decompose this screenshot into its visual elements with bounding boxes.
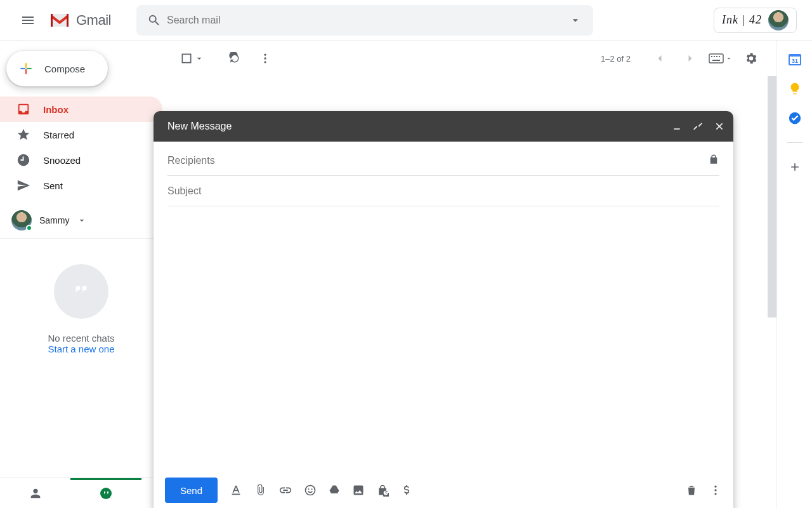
hangouts-empty-text: No recent chats (48, 333, 114, 344)
sidebar-item-snoozed[interactable]: Snoozed (0, 147, 162, 173)
attach-button[interactable] (254, 484, 267, 497)
sidebar-item-starred[interactable]: Starred (0, 122, 162, 147)
lock-clock-icon (376, 484, 389, 497)
insert-emoji-button[interactable] (304, 484, 317, 497)
select-all-checkbox[interactable] (180, 52, 204, 65)
header: Gmail Ink | 42 (0, 0, 812, 41)
get-addons-button[interactable] (787, 159, 802, 175)
svg-point-16 (311, 488, 312, 490)
compose-body[interactable] (154, 206, 733, 472)
confidential-mode-button[interactable] (376, 484, 389, 497)
keep-addon[interactable] (787, 81, 802, 97)
hangouts-icon (98, 486, 114, 502)
hangouts-empty-state: No recent chats Start a new one (0, 239, 162, 478)
svg-rect-4 (709, 54, 723, 63)
compose-toolbar: Send (154, 472, 733, 508)
plus-multicolor-icon (18, 60, 34, 77)
insert-photo-button[interactable] (352, 484, 365, 497)
svg-point-3 (264, 61, 266, 63)
input-tools-button[interactable] (708, 46, 733, 71)
search-options-dropdown[interactable] (563, 14, 588, 27)
brand-label: Ink | 42 (722, 13, 762, 27)
sidebar-item-label: Starred (43, 130, 74, 140)
prev-page-button[interactable] (647, 46, 672, 71)
chevron-right-icon (684, 52, 697, 65)
subject-input[interactable] (167, 185, 719, 197)
gear-icon (744, 51, 758, 65)
sidebar-item-label: Sent (43, 180, 63, 191)
sidebar: Compose Inbox Starred Snoozed Sent Sammy (0, 41, 162, 508)
caret-down-icon (569, 14, 582, 27)
refresh-icon (228, 52, 241, 65)
app-name: Gmail (76, 12, 111, 29)
more-vert-icon (709, 484, 722, 497)
main-menu-button[interactable] (13, 5, 43, 36)
svg-rect-9 (712, 60, 720, 61)
hangouts-user-row[interactable]: Sammy (0, 203, 162, 237)
header-right: Ink | 42 (714, 8, 807, 33)
formatting-button[interactable] (229, 483, 243, 497)
more-options-button[interactable] (709, 484, 722, 497)
compose-button[interactable]: Compose (6, 51, 108, 86)
sidebar-item-sent[interactable]: Sent (0, 173, 162, 198)
svg-point-1 (264, 54, 266, 56)
hangouts-username: Sammy (39, 215, 69, 225)
settings-button[interactable] (738, 46, 764, 71)
lock-icon (708, 154, 719, 165)
svg-rect-6 (714, 56, 715, 57)
compose-window: New Message Send (154, 111, 733, 508)
hangouts-tab-chats[interactable] (70, 478, 141, 508)
checkbox-outline-icon (180, 52, 193, 65)
keyboard-icon (709, 53, 724, 64)
send-icon (16, 178, 30, 192)
compose-header[interactable]: New Message (154, 111, 733, 142)
search-bar[interactable] (136, 5, 593, 36)
calendar-icon: 31 (787, 52, 802, 67)
minimize-icon (672, 122, 681, 131)
keep-icon (788, 82, 802, 96)
svg-text:31: 31 (791, 58, 797, 64)
hangouts-tab-contacts[interactable] (0, 478, 70, 508)
search-input[interactable] (167, 15, 563, 26)
compose-minimize-button[interactable] (672, 121, 681, 131)
presence-indicator (26, 225, 32, 231)
sidebar-item-inbox[interactable]: Inbox (0, 97, 162, 122)
send-button[interactable]: Send (165, 478, 218, 503)
scrollbar[interactable] (768, 76, 776, 318)
sidebar-item-label: Inbox (43, 104, 69, 115)
calendar-addon[interactable]: 31 (787, 52, 802, 67)
hamburger-icon (20, 13, 36, 28)
insert-link-button[interactable] (278, 483, 292, 497)
discard-draft-button[interactable] (685, 484, 698, 497)
sidebar-item-label: Snoozed (43, 155, 81, 166)
text-format-icon (229, 483, 243, 497)
svg-rect-7 (716, 56, 717, 57)
compose-close-button[interactable] (714, 121, 724, 131)
gmail-icon (48, 11, 71, 29)
link-icon (278, 483, 292, 497)
paperclip-icon (254, 484, 267, 497)
hangouts-tabs (0, 478, 162, 508)
gmail-logo[interactable]: Gmail (48, 11, 111, 29)
recipients-row (167, 145, 719, 176)
tasks-addon[interactable] (787, 110, 802, 126)
hangouts-start-link[interactable]: Start a new one (48, 344, 114, 354)
trash-icon (685, 484, 698, 497)
svg-point-2 (264, 57, 266, 59)
confidential-mode-icon[interactable] (708, 154, 719, 167)
recipients-input[interactable] (167, 155, 708, 166)
account-avatar[interactable] (768, 10, 789, 30)
caret-down-icon (77, 215, 87, 225)
compose-fullscreen-button[interactable] (693, 121, 703, 131)
image-icon (352, 484, 365, 497)
workspace-brand-chip[interactable]: Ink | 42 (714, 8, 797, 33)
clock-icon (16, 153, 30, 167)
refresh-button[interactable] (222, 46, 247, 71)
insert-drive-button[interactable] (328, 484, 341, 497)
mail-toolbar: 1–2 of 2 (162, 41, 776, 76)
dollar-icon (400, 484, 413, 497)
more-button[interactable] (252, 46, 278, 71)
person-icon (29, 486, 43, 500)
request-payment-button[interactable] (400, 484, 413, 497)
next-page-button[interactable] (678, 46, 703, 71)
